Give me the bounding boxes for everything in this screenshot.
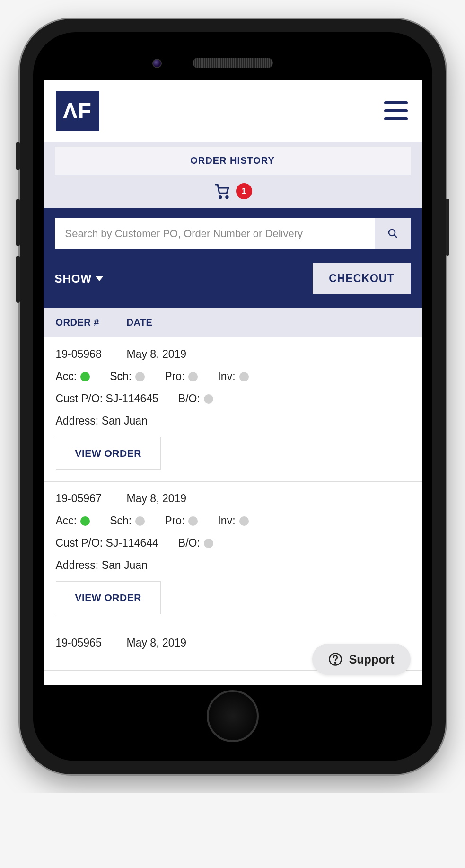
search-button[interactable]	[375, 218, 411, 249]
order-address: Address: San Juan	[56, 559, 410, 572]
status-bo: B/O:	[178, 537, 213, 549]
app-screen: ΛF ORDER HISTORY 1	[44, 80, 422, 685]
order-card: 19-05967May 8, 2019Acc:Sch:Pro:Inv:Cust …	[44, 482, 422, 626]
status-dot-icon	[80, 516, 90, 526]
status-dot-icon	[188, 516, 198, 526]
help-icon	[328, 652, 342, 666]
status-inv: Inv:	[218, 370, 248, 383]
show-filter-dropdown[interactable]: SHOW	[55, 272, 104, 285]
svg-point-1	[226, 196, 228, 198]
view-order-button[interactable]: VIEW ORDER	[56, 581, 161, 614]
support-button[interactable]: Support	[312, 644, 411, 675]
order-card: 19-05968May 8, 2019Acc:Sch:Pro:Inv:Cust …	[44, 337, 422, 482]
brand-logo[interactable]: ΛF	[56, 91, 99, 131]
order-number: 19-05967	[56, 492, 127, 505]
order-number: 19-05965	[56, 637, 127, 649]
status-dot-icon	[80, 372, 90, 381]
view-order-button[interactable]: VIEW ORDER	[56, 437, 161, 470]
cart-count-badge: 1	[236, 183, 252, 199]
order-address: Address: San Juan	[56, 415, 410, 427]
status-pro: Pro:	[165, 514, 198, 527]
order-number: 19-05968	[56, 348, 127, 361]
search-input[interactable]	[55, 218, 375, 249]
status-bo: B/O:	[178, 392, 213, 405]
status-dot-icon	[135, 372, 145, 381]
search-actions-section: SHOW CHECKOUT	[44, 208, 422, 308]
status-dot-icon	[239, 516, 249, 526]
title-section: ORDER HISTORY	[44, 142, 422, 175]
status-sch: Sch:	[110, 370, 145, 383]
svg-point-5	[335, 662, 336, 663]
order-date: May 8, 2019	[127, 492, 187, 505]
col-header-date: DATE	[127, 317, 410, 328]
page-title: ORDER HISTORY	[55, 147, 411, 175]
checkout-button[interactable]: CHECKOUT	[313, 263, 410, 294]
cart-bar[interactable]: 1	[44, 175, 422, 208]
orders-list: 19-05968May 8, 2019Acc:Sch:Pro:Inv:Cust …	[44, 337, 422, 671]
cart-icon	[213, 183, 231, 199]
hamburger-menu-icon[interactable]	[384, 101, 408, 120]
app-header: ΛF	[44, 80, 422, 142]
status-dot-icon	[239, 372, 249, 381]
status-dot-icon	[135, 516, 145, 526]
status-pro: Pro:	[165, 370, 198, 383]
col-header-order: ORDER #	[56, 317, 127, 328]
show-filter-label: SHOW	[55, 272, 92, 285]
table-header: ORDER # DATE	[44, 308, 422, 337]
status-acc: Acc:	[56, 370, 90, 383]
status-dot-icon	[188, 372, 198, 381]
status-acc: Acc:	[56, 514, 90, 527]
svg-point-0	[219, 196, 221, 198]
svg-line-3	[394, 235, 396, 237]
caret-down-icon	[96, 276, 103, 281]
status-inv: Inv:	[218, 514, 248, 527]
search-icon	[387, 228, 398, 240]
order-date: May 8, 2019	[127, 637, 187, 649]
support-label: Support	[349, 653, 395, 666]
cust-po: Cust P/O: SJ-114645	[56, 392, 158, 405]
status-dot-icon	[204, 394, 213, 404]
cust-po: Cust P/O: SJ-114644	[56, 537, 158, 549]
status-dot-icon	[204, 539, 213, 548]
order-date: May 8, 2019	[127, 348, 187, 361]
status-sch: Sch:	[110, 514, 145, 527]
